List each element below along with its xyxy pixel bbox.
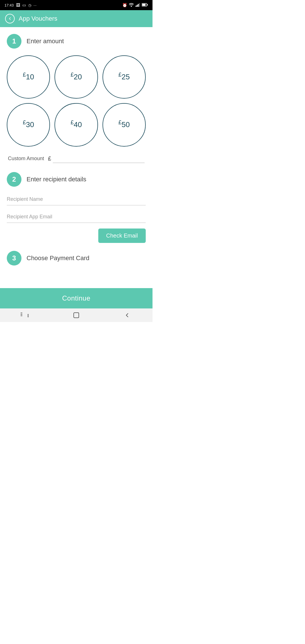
svg-rect-10 bbox=[21, 316, 22, 316]
step3-header: 3 Choose Payment Card bbox=[7, 251, 146, 266]
svg-point-0 bbox=[131, 6, 132, 7]
amount-10[interactable]: £10 bbox=[7, 55, 50, 99]
continue-bar: Continue bbox=[0, 288, 152, 308]
bottom-nav: ⫾ bbox=[0, 308, 152, 322]
amount-20[interactable]: £20 bbox=[55, 55, 98, 99]
status-bar: 17:43 🖼 ▭ ◷ ··· ⏰ bbox=[0, 0, 152, 10]
status-left: 17:43 🖼 ▭ ◷ ··· bbox=[5, 3, 36, 7]
amount-50[interactable]: £50 bbox=[103, 103, 146, 146]
check-email-row: Check Email bbox=[7, 229, 146, 243]
wifi-icon bbox=[129, 3, 134, 8]
custom-amount-input[interactable] bbox=[53, 155, 145, 163]
step2-circle: 2 bbox=[7, 172, 21, 187]
recipient-email-input[interactable] bbox=[7, 211, 146, 223]
step1-label: Enter amount bbox=[27, 38, 64, 45]
svg-rect-2 bbox=[137, 5, 138, 7]
svg-rect-6 bbox=[147, 4, 148, 6]
continue-button[interactable]: Continue bbox=[0, 288, 152, 308]
custom-amount-pound-symbol: £ bbox=[48, 155, 51, 162]
dots-icon: ··· bbox=[34, 3, 37, 7]
battery-icon bbox=[142, 3, 148, 7]
bottom-nav-back[interactable] bbox=[102, 308, 152, 322]
alarm-icon: ⏰ bbox=[122, 3, 127, 7]
svg-rect-1 bbox=[136, 6, 136, 7]
svg-rect-4 bbox=[139, 3, 140, 7]
menu-bars-icon: ⫾ bbox=[27, 312, 30, 319]
svg-rect-9 bbox=[21, 314, 22, 315]
svg-rect-8 bbox=[21, 313, 22, 313]
svg-rect-3 bbox=[138, 4, 139, 7]
svg-rect-12 bbox=[74, 313, 79, 318]
bottom-nav-menu[interactable]: ⫾ bbox=[0, 308, 51, 322]
amount-grid: £10 £20 £25 £30 £40 £50 bbox=[7, 55, 146, 147]
step2-label: Enter recipient details bbox=[27, 176, 86, 183]
step2-header: 2 Enter recipient details bbox=[7, 172, 146, 187]
nav-bar: App Vouchers bbox=[0, 10, 152, 27]
photo-icon: 🖼 bbox=[16, 3, 20, 7]
step1-header: 1 Enter amount bbox=[7, 34, 146, 49]
status-right: ⏰ bbox=[122, 3, 148, 8]
screen-icon: ▭ bbox=[22, 3, 26, 7]
main-content: 1 Enter amount £10 £20 £25 £30 £40 £50 C… bbox=[0, 27, 152, 288]
svg-rect-7 bbox=[142, 4, 146, 6]
check-email-button[interactable]: Check Email bbox=[98, 229, 146, 243]
time-display: 17:43 bbox=[5, 3, 14, 7]
step1-circle: 1 bbox=[7, 34, 21, 49]
back-button[interactable] bbox=[5, 14, 15, 23]
bottom-nav-home[interactable] bbox=[51, 308, 102, 322]
step3-section: 3 Choose Payment Card bbox=[7, 251, 146, 266]
amount-30[interactable]: £30 bbox=[7, 103, 50, 146]
custom-amount-label: Custom Amount bbox=[8, 156, 44, 162]
page-title: App Vouchers bbox=[19, 15, 57, 22]
amount-40[interactable]: £40 bbox=[55, 103, 98, 146]
custom-amount-row: Custom Amount £ bbox=[7, 155, 146, 163]
amount-25[interactable]: £25 bbox=[103, 55, 146, 99]
step3-circle: 3 bbox=[7, 251, 21, 266]
cast-icon: ◷ bbox=[28, 3, 31, 7]
signal-icon bbox=[136, 3, 140, 8]
recipient-name-input[interactable] bbox=[7, 193, 146, 205]
step3-label: Choose Payment Card bbox=[27, 254, 90, 262]
